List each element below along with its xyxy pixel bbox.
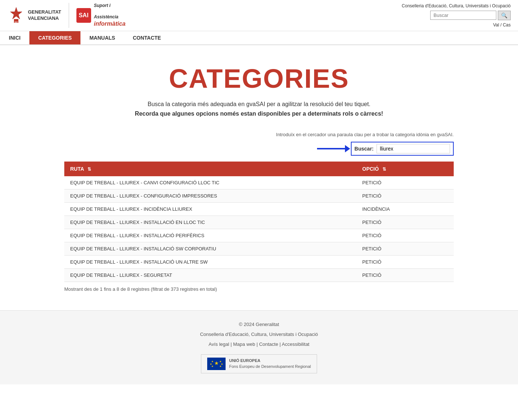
footer-link-avis[interactable]: Avís legal [209,341,229,347]
cell-opcio: PETICIÓ [356,229,454,242]
svg-text:★: ★ [219,365,222,368]
table-summary: Mostrant des de 1 fins a 8 de 8 registre… [64,286,454,292]
table-row: EQUIP DE TREBALL - LLIUREX - INSTALLACIÓ… [64,255,454,268]
sort-icon-opcio: ⇅ [382,167,386,172]
eu-text: UNIÓ EUROPEA Fons Europeu de Desenvolupa… [229,358,311,369]
sai-icon: SAI [76,8,91,23]
nav-item-manuals[interactable]: MANUALS [80,31,124,44]
table-header-row: RUTA ⇅ OPCIÓ ⇅ [64,162,454,176]
footer-links: Avís legal | Mapa web | Contacte | Acces… [7,341,511,347]
cell-ruta: EQUIP DE TREBALL - LLIUREX - INSTALLACIÓ… [64,242,356,255]
footer-link-contacte[interactable]: Contacte [259,341,278,347]
cell-ruta: EQUIP DE TREBALL - LLIUREX - CONFIGURACI… [64,189,356,202]
eu-flag-icon: ★ ★ ★ ★ ★ ★ ★ [207,358,226,370]
category-search-input[interactable] [377,144,450,153]
footer-copyright: © 2024 Generalitat [7,322,511,327]
svg-text:★: ★ [211,360,213,363]
language-switcher: Val / Cas [493,22,511,28]
footer: © 2024 Generalitat Conselleria d'Educaci… [0,310,518,384]
lang-cas[interactable]: Cas [503,22,511,28]
cell-ruta: EQUIP DE TREBALL - LLIUREX - INSTALLACIÓ… [64,229,356,242]
page-title: CATEGORIES [64,64,454,94]
cell-ruta: EQUIP DE TREBALL - LLIUREX - INSTALLACIÓ… [64,216,356,229]
header-search-input[interactable] [430,11,496,20]
svg-text:★: ★ [211,365,213,368]
sort-icon-ruta: ⇅ [87,167,91,172]
cell-opcio: PETICIÓ [356,242,454,255]
logo-generalitat: GV GENERALITAT VALENCIANA [7,7,61,24]
categories-table: RUTA ⇅ OPCIÓ ⇅ EQUIP DE TREBALL - LLIURE… [64,162,454,282]
table-row: EQUIP DE TREBALL - LLIUREX - SEGURETATPE… [64,268,454,282]
main-nav: INICI CATEGORIES MANUALS CONTACTE [0,31,518,45]
col-header-ruta[interactable]: RUTA ⇅ [64,162,356,176]
search-box: Buscar: [351,142,454,156]
subtitle-bold: Recorda que algunes opcions només estan … [64,111,454,117]
header-search-area: 🔍 [430,11,511,20]
svg-text:★: ★ [221,363,223,365]
table-row: EQUIP DE TREBALL - LLIUREX - INSTALLACIÓ… [64,216,454,229]
search-hint-text: Introduïx en el cercador una paraula cla… [64,132,454,137]
arrow-icon [317,148,348,149]
cell-ruta: EQUIP DE TREBALL - LLIUREX - INCIDÈNCIA … [64,202,356,216]
generalitat-text: GENERALITAT VALENCIANA [28,9,61,22]
header: GV GENERALITAT VALENCIANA SAI Suport i A… [0,0,518,31]
cell-opcio: PETICIÓ [356,255,454,268]
sai-text: Suport i Assistència informàtica [94,3,126,28]
generalitat-icon: GV [7,7,25,24]
lang-separator: / [500,22,503,28]
svg-text:★: ★ [219,360,222,363]
header-right: Conselleria d'Educació, Cultura, Univers… [402,3,511,28]
cell-ruta: EQUIP DE TREBALL - LLIUREX - INSTALLACIÓ… [64,255,356,268]
header-logos: GV GENERALITAT VALENCIANA SAI Suport i A… [7,3,126,28]
table-row: EQUIP DE TREBALL - LLIUREX - CANVI CONFI… [64,176,454,189]
footer-link-mapa[interactable]: Mapa web [233,341,255,347]
table-row: EQUIP DE TREBALL - LLIUREX - INSTALLACIÓ… [64,242,454,255]
cell-opcio: INCIDÈNCIA [356,202,454,216]
nav-item-contacte[interactable]: CONTACTE [124,31,170,44]
cell-opcio: PETICIÓ [356,216,454,229]
nav-item-inici[interactable]: INICI [0,31,29,44]
col-header-opcio[interactable]: OPCIÓ ⇅ [356,162,454,176]
main-content: CATEGORIES Busca la categoria més adequa… [57,45,461,310]
header-org-text: Conselleria d'Educació, Cultura, Univers… [402,3,511,8]
lang-val[interactable]: Val [493,22,499,28]
search-label: Buscar: [355,146,374,152]
header-search-button[interactable]: 🔍 [498,11,511,20]
logo-sai: SAI Suport i Assistència informàtica [69,3,126,28]
cell-ruta: EQUIP DE TREBALL - LLIUREX - CANVI CONFI… [64,176,356,189]
table-row: EQUIP DE TREBALL - LLIUREX - INCIDÈNCIA … [64,202,454,216]
nav-item-categories[interactable]: CATEGORIES [29,31,81,44]
cell-opcio: PETICIÓ [356,268,454,282]
cell-opcio: PETICIÓ [356,176,454,189]
footer-org: Conselleria d'Educació, Cultura, Univers… [7,332,511,337]
subtitle: Busca la categoria més adequada en gvaSA… [64,101,454,108]
svg-text:★: ★ [210,363,212,365]
footer-link-accessibilitat[interactable]: Accessibilitat [282,341,309,347]
search-row: Buscar: [64,142,454,156]
svg-text:★: ★ [214,360,219,366]
svg-text:GV: GV [15,21,18,23]
cell-opcio: PETICIÓ [356,189,454,202]
svg-marker-1 [10,7,22,19]
table-row: EQUIP DE TREBALL - LLIUREX - INSTALLACIÓ… [64,229,454,242]
eu-badge: ★ ★ ★ ★ ★ ★ ★ UNIÓ EUROPEA Fons Europeu … [201,354,317,373]
table-row: EQUIP DE TREBALL - LLIUREX - CONFIGURACI… [64,189,454,202]
cell-ruta: EQUIP DE TREBALL - LLIUREX - SEGURETAT [64,268,356,282]
footer-eu: ★ ★ ★ ★ ★ ★ ★ UNIÓ EUROPEA Fons Europeu … [7,354,511,373]
